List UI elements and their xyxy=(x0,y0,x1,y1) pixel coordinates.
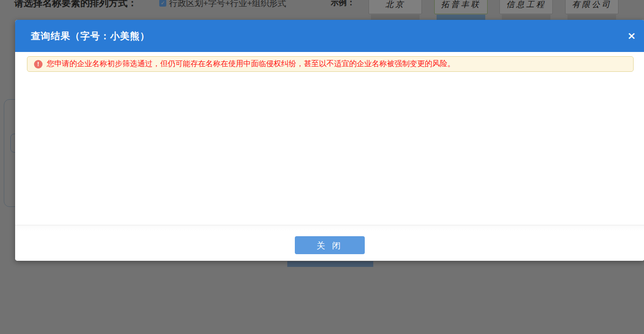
dialog-title: 查询结果（字号：小美熊） xyxy=(15,30,150,43)
exclamation-icon: ! xyxy=(34,60,43,69)
dialog-body: ! 您申请的企业名称初步筛选通过，但仍可能存在名称在使用中面临侵权纠纷，甚至以不… xyxy=(15,52,644,225)
warning-alert-text: 您申请的企业名称初步筛选通过，但仍可能存在名称在使用中面临侵权纠纷，甚至以不适宜… xyxy=(47,59,455,69)
dialog-header: 查询结果（字号：小美熊） × xyxy=(15,20,644,52)
query-result-dialog: 查询结果（字号：小美熊） × ! 您申请的企业名称初步筛选通过，但仍可能存在名称… xyxy=(15,20,644,261)
dialog-footer: 关 闭 xyxy=(15,225,644,261)
close-button[interactable]: 关 闭 xyxy=(295,236,365,254)
close-icon[interactable]: × xyxy=(627,31,636,41)
warning-alert: ! 您申请的企业名称初步筛选通过，但仍可能存在名称在使用中面临侵权纠纷，甚至以不… xyxy=(27,56,634,72)
